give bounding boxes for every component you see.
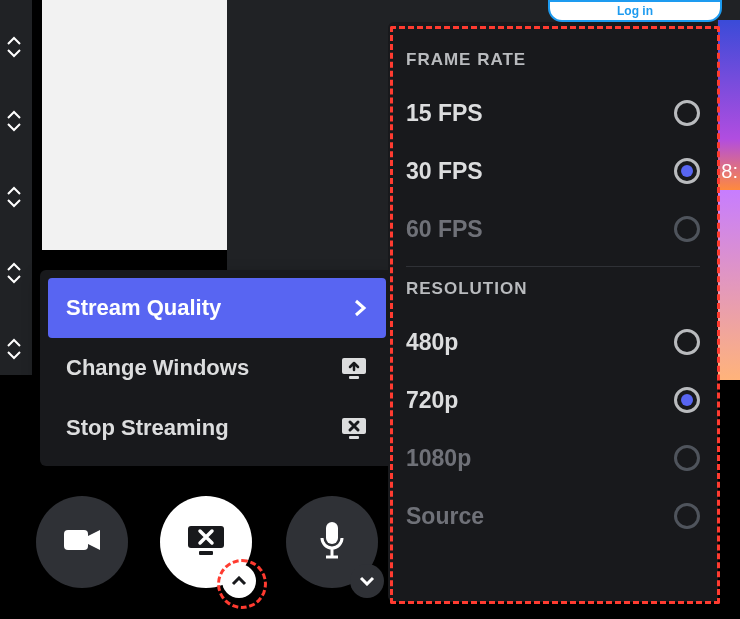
chevron-group-3[interactable] [6, 186, 22, 208]
option-label: 30 FPS [406, 158, 483, 185]
login-button[interactable]: Log in [548, 0, 722, 22]
menu-item-label: Change Windows [66, 355, 249, 381]
frame-rate-title: Frame Rate [406, 50, 700, 70]
radio-icon [674, 100, 700, 126]
option-label: Source [406, 503, 484, 530]
resolution-option-480p[interactable]: 480p [406, 313, 700, 371]
screen-share-options-toggle[interactable] [222, 564, 256, 598]
stop-screen-icon [185, 523, 227, 561]
chevron-group-1[interactable] [6, 36, 22, 58]
svg-rect-1 [349, 376, 359, 379]
chevron-down-icon [6, 198, 22, 208]
radio-icon [674, 329, 700, 355]
chevron-up-icon [6, 262, 22, 272]
chevron-down-icon [359, 572, 375, 590]
chevron-up-icon [6, 186, 22, 196]
framerate-option-30[interactable]: 30 FPS [406, 142, 700, 200]
option-label: 15 FPS [406, 100, 483, 127]
menu-item-change-windows[interactable]: Change Windows [48, 338, 386, 398]
radio-icon [674, 503, 700, 529]
option-label: 720p [406, 387, 458, 414]
menu-item-label: Stop Streaming [66, 415, 229, 441]
radio-icon [674, 158, 700, 184]
svg-rect-7 [326, 522, 338, 544]
chevron-up-icon [6, 36, 22, 46]
camera-icon [62, 526, 102, 558]
resolution-title: Resolution [406, 279, 700, 299]
menu-item-stream-quality[interactable]: Stream Quality [48, 278, 386, 338]
chevron-down-icon [6, 350, 22, 360]
chevron-down-icon [6, 122, 22, 132]
radio-icon [674, 445, 700, 471]
svg-rect-4 [64, 530, 88, 550]
chevron-up-icon [231, 572, 247, 590]
resolution-option-source[interactable]: Source [406, 487, 700, 545]
option-label: 480p [406, 329, 458, 356]
stop-screen-icon [340, 416, 368, 440]
screen-share-icon [340, 356, 368, 380]
radio-icon [674, 216, 700, 242]
resolution-option-1080p[interactable]: 1080p [406, 429, 700, 487]
phone-peek-bottom [718, 190, 740, 380]
radio-icon [674, 387, 700, 413]
mic-options-toggle[interactable] [350, 564, 384, 598]
mic-icon [319, 520, 345, 564]
svg-rect-3 [349, 436, 359, 439]
camera-button[interactable] [36, 496, 128, 588]
framerate-option-15[interactable]: 15 FPS [406, 84, 700, 142]
phone-time: 8: [721, 160, 738, 183]
chevron-right-icon [352, 298, 368, 318]
chevron-up-icon [6, 338, 22, 348]
chevron-group-2[interactable] [6, 110, 22, 132]
menu-item-stop-streaming[interactable]: Stop Streaming [48, 398, 386, 458]
login-label: Log in [617, 4, 653, 18]
chevron-up-icon [6, 110, 22, 120]
chevron-group-5[interactable] [6, 338, 22, 360]
option-label: 60 FPS [406, 216, 483, 243]
stream-quality-panel: Frame Rate 15 FPS 30 FPS 60 FPS Resoluti… [388, 22, 718, 602]
resolution-option-720p[interactable]: 720p [406, 371, 700, 429]
option-label: 1080p [406, 445, 471, 472]
chevron-group-4[interactable] [6, 262, 22, 284]
chevron-down-icon [6, 274, 22, 284]
divider [406, 266, 700, 267]
stream-preview [42, 0, 227, 250]
framerate-option-60[interactable]: 60 FPS [406, 200, 700, 258]
menu-item-label: Stream Quality [66, 295, 221, 321]
chevron-down-icon [6, 48, 22, 58]
svg-rect-6 [199, 551, 213, 555]
stream-context-menu: Stream Quality Change Windows Stop Strea… [40, 270, 394, 466]
